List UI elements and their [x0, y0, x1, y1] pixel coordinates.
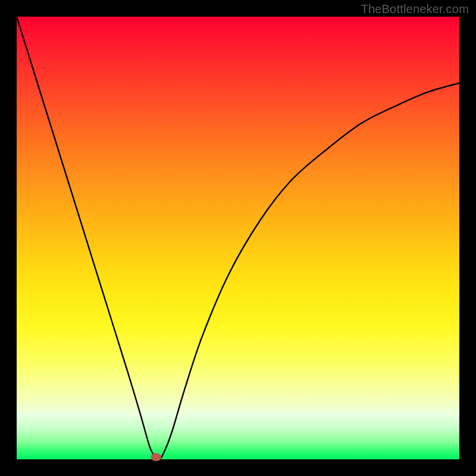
- watermark-text: TheBottleneker.com: [361, 2, 469, 16]
- bottleneck-curve: [17, 17, 459, 459]
- chart-frame: TheBottleneker.com: [0, 0, 476, 476]
- minimum-marker: [151, 453, 161, 461]
- curve-svg: [17, 17, 459, 459]
- plot-area: [17, 17, 459, 459]
